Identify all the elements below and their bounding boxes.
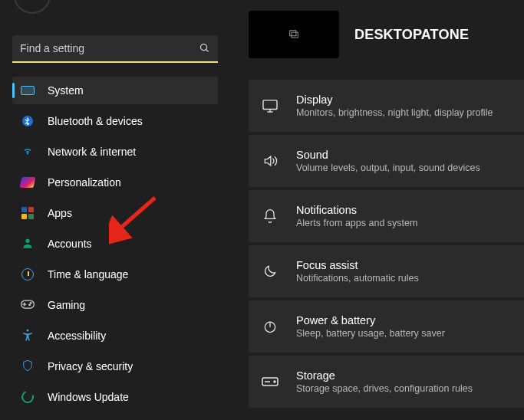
card-subtitle: Notifications, automatic rules	[296, 273, 419, 284]
card-title: Notifications	[296, 204, 417, 216]
power-icon	[261, 317, 279, 336]
search-input[interactable]	[12, 35, 218, 63]
card-subtitle: Sleep, battery usage, battery saver	[296, 328, 445, 339]
sidebar-item-label: Bluetooth & devices	[48, 115, 143, 127]
sidebar-item-privacy[interactable]: Privacy & security	[12, 353, 218, 380]
sidebar-item-time[interactable]: Time & language	[12, 261, 218, 288]
card-title: Storage	[296, 369, 473, 382]
card-sound[interactable]: SoundVolume levels, output, input, sound…	[249, 135, 524, 187]
card-title: Display	[296, 94, 493, 106]
svg-point-4	[30, 302, 31, 304]
system-icon	[20, 83, 35, 98]
sound-icon	[261, 152, 279, 170]
accessibility-icon	[20, 328, 35, 343]
bluetooth-icon	[20, 113, 35, 129]
sidebar-item-label: Gaming	[48, 299, 85, 311]
card-subtitle: Alerts from apps and system	[296, 218, 417, 228]
sidebar-item-gaming[interactable]: Gaming	[12, 291, 218, 319]
svg-point-2	[25, 238, 29, 242]
avatar[interactable]	[14, 0, 51, 14]
card-subtitle: Volume levels, output, input, sound devi…	[296, 162, 480, 173]
sidebar-item-label: Personalization	[48, 176, 121, 189]
sidebar-item-accounts[interactable]: Accounts	[12, 230, 218, 258]
sidebar-item-accessibility[interactable]: Accessibility	[12, 322, 218, 349]
card-title: Focus assist	[296, 259, 419, 271]
sidebar-item-label: Time & language	[48, 268, 128, 281]
personalization-icon	[20, 175, 35, 190]
apps-icon	[20, 205, 35, 221]
sidebar-item-system[interactable]: System	[12, 77, 218, 104]
sidebar-item-label: System	[48, 84, 84, 97]
sidebar-item-apps[interactable]: Apps	[12, 199, 218, 227]
sidebar-item-label: Accounts	[48, 238, 92, 250]
sidebar-item-update[interactable]: Windows Update	[12, 383, 218, 411]
update-icon	[20, 389, 35, 405]
sidebar-item-bluetooth[interactable]: Bluetooth & devices	[12, 107, 218, 135]
sidebar-item-network[interactable]: Network & internet	[12, 138, 218, 166]
sidebar-item-label: Network & internet	[48, 146, 136, 158]
svg-rect-7	[290, 31, 296, 36]
storage-icon	[261, 372, 279, 391]
sidebar-item-label: Accessibility	[48, 330, 106, 342]
svg-point-5	[29, 304, 31, 306]
card-power[interactable]: Power & batterySleep, battery usage, bat…	[249, 300, 524, 353]
sidebar-item-personalization[interactable]: Personalization	[12, 169, 218, 196]
search-field[interactable]	[12, 35, 218, 63]
time-icon	[20, 267, 35, 282]
card-title: Power & battery	[296, 314, 445, 326]
network-icon	[20, 144, 35, 159]
card-display[interactable]: DisplayMonitors, brightness, night light…	[249, 80, 524, 132]
gaming-icon	[20, 297, 35, 313]
svg-rect-8	[292, 32, 298, 38]
sidebar-item-label: Privacy & security	[48, 360, 133, 372]
sidebar-item-label: Apps	[48, 207, 72, 219]
desktop-thumbnail	[249, 11, 339, 58]
sidebar-item-label: Windows Update	[48, 391, 129, 403]
privacy-icon	[20, 359, 35, 374]
svg-point-6	[27, 329, 29, 331]
focus-icon	[261, 262, 279, 281]
accounts-icon	[20, 236, 35, 251]
card-focus[interactable]: Focus assistNotifications, automatic rul…	[249, 245, 524, 297]
svg-point-12	[274, 381, 275, 382]
card-storage[interactable]: StorageStorage space, drives, configurat…	[249, 356, 524, 408]
pc-name: DESKTOPATONE	[354, 27, 469, 43]
card-notifications[interactable]: NotificationsAlerts from apps and system	[249, 190, 524, 242]
card-subtitle: Storage space, drives, configuration rul…	[296, 383, 473, 394]
display-icon	[261, 97, 279, 115]
card-subtitle: Monitors, brightness, night light, displ…	[296, 107, 493, 118]
card-title: Sound	[296, 149, 480, 161]
svg-rect-9	[263, 100, 277, 110]
notifications-icon	[261, 207, 279, 225]
